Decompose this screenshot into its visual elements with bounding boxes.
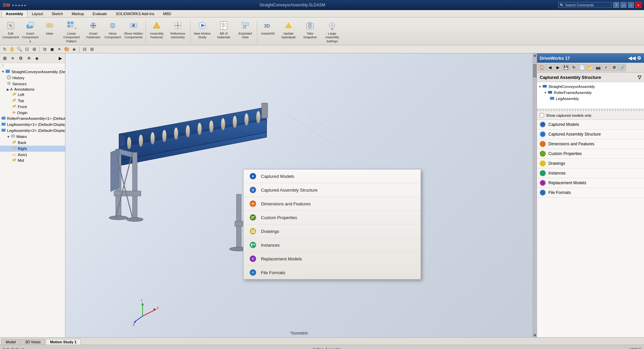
tab-3d-views[interactable]: 3D Views	[21, 339, 45, 345]
dd-captured-assembly-structure[interactable]: Captured Assembly Structure	[244, 183, 421, 197]
dd-file-formats[interactable]: File Formats	[244, 266, 421, 279]
large-assembly-settings-button[interactable]: ⚙ Large Assembly Settings	[321, 19, 343, 44]
axis1-item[interactable]: — Axis1	[0, 152, 65, 157]
rp-tree-root[interactable]: ▼ StraightConveyorAssembly	[538, 84, 643, 90]
edit-component-button[interactable]: ✎ Edit Component	[1, 19, 20, 44]
lights-button[interactable]: ☀	[56, 46, 63, 53]
tab-model[interactable]: Model	[1, 339, 20, 345]
update-speedpak-button[interactable]: ⚡ Update Speedpak	[278, 19, 299, 44]
plane-front-item[interactable]: Front	[0, 104, 65, 110]
view-options-button[interactable]: ⊞	[89, 46, 95, 53]
driveworks-expand-button[interactable]: ◀◀	[628, 55, 636, 61]
bill-of-materials-button[interactable]: Bill of Materials	[213, 19, 234, 44]
tab-assembly[interactable]: Assembly	[1, 10, 28, 17]
section-view-button[interactable]: ⧉	[41, 46, 48, 53]
mates-item[interactable]: ▼ Mates	[0, 134, 65, 140]
rp-check-button[interactable]: ✓	[602, 64, 610, 71]
rp-list-dimensions[interactable]: Dimensions and Features	[537, 139, 644, 149]
instant3d-button[interactable]: 3D Instant3D	[259, 19, 277, 44]
exploded-view-button[interactable]: Exploded View	[235, 19, 256, 44]
tab-sketch[interactable]: Sketch	[47, 10, 67, 17]
leg-assembly-1-item[interactable]: LegAssembly<1> (Default<Display S	[0, 121, 65, 128]
dd-instances[interactable]: Instances	[244, 238, 421, 252]
config-manager-tab[interactable]: ⚙	[17, 54, 24, 62]
assembly-features-button[interactable]: Assembly Features	[147, 19, 166, 44]
feature-manager-tab[interactable]: ⊞	[1, 54, 8, 62]
rp-filter-icon[interactable]: ▽	[638, 74, 641, 80]
rotate-view-button[interactable]: ↻	[1, 46, 8, 53]
take-snapshot-button[interactable]: Take Snapshot	[300, 19, 320, 44]
viewport-scrollbar[interactable]: ▲ ▼	[533, 53, 537, 337]
tab-motion-study[interactable]: Motion Study 1	[46, 339, 81, 345]
plane-back-item[interactable]: Back	[0, 140, 65, 146]
insert-components-button[interactable]: ⊕ Insert Components	[21, 19, 40, 44]
new-motion-study-button[interactable]: New Motion Study	[192, 19, 213, 44]
rp-link-button[interactable]: 🔗	[619, 64, 626, 71]
mid-item[interactable]: Mid	[0, 157, 65, 163]
fit-view-button[interactable]: ⊡	[23, 46, 30, 53]
dd-dimensions-features[interactable]: Dimensions and Features	[244, 197, 421, 211]
expand-tree-button[interactable]: ▶	[57, 54, 64, 62]
show-captured-models-checkbox[interactable]	[540, 113, 544, 117]
rp-capture-button[interactable]: 📷	[594, 64, 602, 71]
rp-list-file-formats[interactable]: File Formats	[537, 188, 644, 198]
rp-list-captured-models[interactable]: Captured Models	[537, 120, 644, 130]
rp-home-button[interactable]: 🏠	[538, 64, 545, 71]
zoom-area-button[interactable]: ⊞	[31, 46, 38, 53]
plane-top-item[interactable]: Top	[0, 98, 65, 104]
scenes-button[interactable]: ◈	[71, 46, 77, 53]
driveworks-settings-button[interactable]: ⚙	[637, 55, 641, 61]
dd-custom-properties[interactable]: Custom Properties	[244, 211, 421, 225]
dd-replacement-models[interactable]: Replacement Models	[244, 252, 421, 266]
linear-pattern-button[interactable]: ▾ Linear Component Pattern	[60, 19, 83, 44]
show-hidden-button[interactable]: Show Hidden Components	[123, 19, 144, 44]
rp-list-replacement-models[interactable]: Replacement Models	[537, 178, 644, 188]
origin-item[interactable]: ✛ Origin	[0, 110, 65, 115]
tab-evaluate[interactable]: Evaluate	[88, 10, 111, 17]
rp-new-button[interactable]: 📄	[578, 64, 586, 71]
help-button[interactable]: ?	[613, 2, 619, 8]
3d-viewport[interactable]: X Y Z *Isometric Captured Models	[65, 53, 533, 337]
appearance-button[interactable]: 🎨	[63, 46, 70, 53]
rp-tree-leg-assembly[interactable]: LegAssembly	[538, 96, 643, 102]
property-manager-tab[interactable]: ≡	[9, 54, 16, 62]
rp-settings-btn[interactable]: ⚙	[610, 64, 618, 71]
leg-assembly-2-item[interactable]: LegAssembly<2> (Default<Display S	[0, 128, 65, 134]
display-style-button[interactable]: ◼	[49, 46, 55, 53]
rp-refresh-button[interactable]: ↻	[570, 64, 578, 71]
rp-open-button[interactable]: 📂	[586, 64, 594, 71]
zoom-button[interactable]: 🔍	[16, 46, 23, 53]
plane-right-item[interactable]: Right	[0, 146, 65, 152]
dd-captured-models[interactable]: Captured Models	[244, 169, 421, 183]
tab-layout[interactable]: Layout	[28, 10, 47, 17]
rp-back-button[interactable]: ◀	[546, 64, 553, 71]
maximize-button[interactable]: □	[628, 2, 634, 8]
close-button[interactable]: ✕	[635, 2, 641, 8]
rp-list-assembly-structure[interactable]: Captured Assembly Structure	[537, 130, 644, 139]
view-selector-button[interactable]: ⊟	[81, 46, 88, 53]
tab-markup[interactable]: Markup	[67, 10, 89, 17]
dd-drawings[interactable]: Drawings	[244, 225, 421, 238]
sensors-item[interactable]: Sensors	[0, 81, 65, 87]
roller-frame-item[interactable]: RollerFrameAssembly<1> (Default<	[0, 115, 65, 121]
rp-list-custom-properties[interactable]: Custom Properties	[537, 149, 644, 159]
tab-solidworks-addins[interactable]: SOLIDWORKS Add-Ins	[111, 10, 159, 17]
rp-list-drawings[interactable]: Drawings	[537, 159, 644, 168]
smart-fasteners-button[interactable]: Smart Fasteners	[84, 19, 103, 44]
annotations-item[interactable]: ▶ A Annotations	[0, 87, 65, 92]
tab-mbd[interactable]: MBD	[159, 10, 175, 17]
history-item[interactable]: History	[0, 75, 65, 81]
search-box[interactable]: 🔍 Search Commands	[558, 2, 612, 8]
rp-forward-button[interactable]: ▶	[554, 64, 561, 71]
mate-button[interactable]: Mate	[40, 19, 59, 44]
display-manager-tab[interactable]: ◈	[33, 54, 41, 62]
rp-list-instances[interactable]: Instances	[537, 168, 644, 178]
rp-save-button[interactable]: 💾	[562, 64, 570, 71]
pan-button[interactable]: ✋	[9, 46, 15, 53]
rp-tree-roller-frame[interactable]: ▼ RollerFrameAssembly	[538, 90, 643, 96]
reference-geometry-button[interactable]: Reference Geometry	[167, 19, 189, 44]
dim-xpert-tab[interactable]: ✛	[25, 54, 33, 62]
plane-left-item[interactable]: Left	[0, 92, 65, 98]
minimize-button[interactable]: —	[621, 2, 627, 8]
assembly-root-item[interactable]: ▼ StraightConveyorAssembly (Default<Di	[0, 68, 65, 75]
